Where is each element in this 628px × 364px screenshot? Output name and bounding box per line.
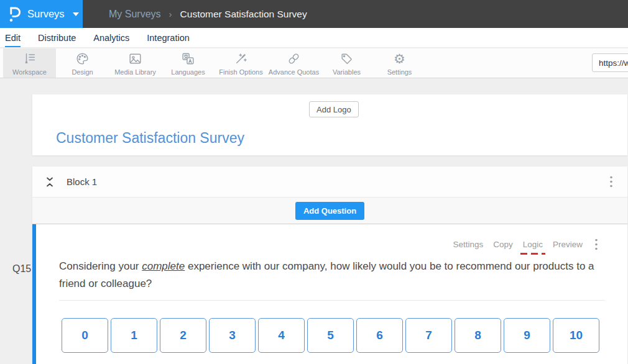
tab-distribute[interactable]: Distribute [38, 33, 76, 47]
nps-scale-button-7[interactable]: 7 [405, 318, 452, 353]
question-text-before: Considering your [59, 260, 142, 272]
question-card: Settings Copy Logic Preview Considering … [32, 224, 627, 364]
nps-scale-button-2[interactable]: 2 [160, 318, 206, 353]
nps-scale-button-8[interactable]: 8 [455, 318, 501, 353]
toolbar-item-variables[interactable]: Variables [320, 48, 373, 78]
question-logic-link[interactable]: Logic [523, 240, 543, 249]
survey-header-card: Add Logo Customer Satisfaction Survey [32, 94, 627, 155]
breadcrumb-separator-icon: › [169, 9, 172, 19]
question-action-bar: Settings Copy Logic Preview [453, 239, 598, 250]
toolbar-label: Advance Quotas [269, 68, 319, 76]
nps-scale-button-5[interactable]: 5 [307, 318, 354, 353]
question-copy-link[interactable]: Copy [493, 240, 513, 249]
product-menu-label: Surveys [27, 8, 65, 20]
toolbar-item-advance-quotas[interactable]: Advance Quotas [267, 48, 320, 78]
toolbar-label: Languages [171, 68, 205, 76]
nps-scale-button-9[interactable]: 9 [504, 318, 550, 353]
breadcrumb-my-surveys[interactable]: My Surveys [109, 9, 161, 20]
section-tabs: Edit Distribute Analytics Integration [0, 28, 628, 48]
breadcrumb: My Surveys › Customer Satisfaction Surve… [109, 0, 307, 28]
toolbar-label: Workspace [12, 68, 47, 76]
toolbar-label: Design [72, 68, 93, 76]
tab-analytics[interactable]: Analytics [93, 33, 129, 47]
toolbar-label: Variables [333, 68, 361, 76]
toolbar-item-workspace[interactable]: Workspace [3, 48, 56, 78]
workspace-icon [22, 51, 37, 67]
breadcrumb-current-survey: Customer Satisfaction Survey [180, 9, 307, 20]
gear-icon: ⚙ [394, 51, 405, 67]
tab-edit[interactable]: Edit [5, 33, 21, 47]
toolbar-item-languages[interactable]: Languages [162, 48, 215, 78]
nps-scale-button-6[interactable]: 6 [356, 318, 403, 353]
toolbar-item-finish-options[interactable]: Finish Options [215, 48, 267, 78]
wand-icon [233, 51, 249, 67]
question-text-emphasis: complete [142, 260, 185, 272]
block-header: Block 1 [32, 166, 627, 198]
collapse-block-icon[interactable] [45, 176, 55, 188]
image-icon [127, 51, 143, 67]
translate-icon [180, 51, 196, 67]
edit-toolbar: Workspace Design Media Library Languages… [0, 48, 628, 78]
toolbar-label: Finish Options [219, 68, 262, 76]
toolbar-item-media-library[interactable]: Media Library [109, 48, 162, 78]
question-preview-link[interactable]: Preview [553, 240, 583, 249]
survey-title[interactable]: Customer Satisfaction Survey [56, 130, 244, 147]
question-menu-kebab-icon[interactable] [595, 239, 598, 250]
palette-icon [75, 51, 90, 67]
block-menu-kebab-icon[interactable] [610, 176, 612, 188]
nps-scale-row: 0 1 2 3 4 5 6 7 8 9 10 [62, 318, 599, 353]
toolbar-label: Settings [387, 68, 412, 76]
add-question-row: Add Question [32, 198, 627, 224]
survey-url-input[interactable] [592, 53, 628, 72]
nps-scale-button-10[interactable]: 10 [553, 318, 599, 353]
toolbar-label: Media Library [114, 68, 156, 76]
tag-icon [339, 51, 354, 67]
tab-integration[interactable]: Integration [147, 33, 190, 47]
block-title[interactable]: Block 1 [67, 176, 97, 187]
question-number-label: Q15 [12, 263, 31, 275]
nps-scale-button-0[interactable]: 0 [62, 318, 108, 353]
nps-scale-button-4[interactable]: 4 [258, 318, 305, 353]
product-menu[interactable]: Surveys [0, 0, 83, 28]
top-bar: Surveys My Surveys › Customer Satisfacti… [0, 0, 628, 28]
toolbar-item-design[interactable]: Design [56, 48, 109, 78]
add-logo-button[interactable]: Add Logo [309, 101, 359, 117]
add-question-button[interactable]: Add Question [295, 202, 364, 220]
question-text[interactable]: Considering your complete experience wit… [59, 258, 605, 301]
toolbar-item-settings[interactable]: ⚙ Settings [373, 48, 426, 78]
chevron-down-icon [73, 12, 79, 16]
nps-scale-button-3[interactable]: 3 [209, 318, 256, 353]
nps-scale-button-1[interactable]: 1 [111, 318, 157, 353]
question-settings-link[interactable]: Settings [453, 240, 483, 249]
chain-links-icon [286, 51, 302, 67]
questionpro-logo [8, 6, 21, 23]
block-card: Block 1 Add Question Settings Copy Logic… [32, 166, 627, 364]
